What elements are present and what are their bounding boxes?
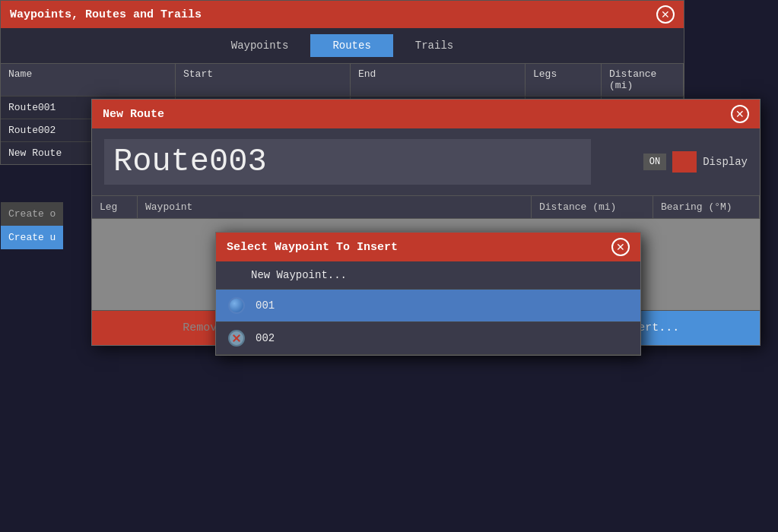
tab-waypoints[interactable]: Waypoints: [209, 34, 311, 57]
route-name-input[interactable]: [104, 139, 591, 185]
list-item-new-waypoint[interactable]: New Waypoint...: [216, 261, 640, 290]
fg-table-header: Leg Waypoint Distance (mi) Bearing (°M): [92, 195, 760, 219]
waypoint-blue-icon: [228, 297, 245, 314]
col-start: Start: [176, 64, 351, 96]
waypoint-dialog-title: Select Waypoint To Insert: [227, 241, 398, 254]
waypoint-x-icon: [228, 330, 245, 347]
list-item-001[interactable]: 001: [216, 290, 640, 322]
color-swatch[interactable]: [672, 151, 697, 173]
fg-window-title: New Route: [103, 108, 164, 121]
col-name: Name: [1, 64, 176, 96]
fg-close-button[interactable]: ✕: [731, 105, 749, 123]
toggle-on-button[interactable]: ON: [643, 154, 666, 170]
route-name-bar: ON Display: [92, 128, 760, 195]
fg-col-distance: Distance (mi): [532, 196, 653, 218]
col-distance: Distance (mi): [602, 64, 684, 96]
toggle-row: ON Display: [643, 151, 748, 173]
waypoint-002-label: 002: [256, 332, 275, 344]
col-end: End: [351, 64, 526, 96]
fg-col-leg: Leg: [92, 196, 138, 218]
waypoint-001-label: 001: [256, 299, 275, 312]
bg-table-header: Name Start End Legs Distance (mi): [1, 63, 684, 96]
bg-tabs-bar: Waypoints Routes Trails: [1, 28, 684, 63]
waypoint-dialog-title-bar: Select Waypoint To Insert ✕: [216, 233, 640, 261]
fg-col-bearing: Bearing (°M): [653, 196, 760, 218]
list-item-002[interactable]: 002: [216, 322, 640, 355]
fg-col-waypoint: Waypoint: [138, 196, 532, 218]
new-waypoint-label: New Waypoint...: [251, 269, 347, 281]
create-o-button[interactable]: Create o: [1, 202, 63, 226]
tab-trails[interactable]: Trails: [393, 34, 475, 57]
bg-title-bar: Waypoints, Routes and Trails ✕: [1, 1, 684, 28]
tab-routes[interactable]: Routes: [310, 34, 392, 57]
waypoint-dialog: Select Waypoint To Insert ✕ New Waypoint…: [215, 232, 641, 356]
waypoint-dialog-close-button[interactable]: ✕: [611, 238, 630, 256]
bg-close-button[interactable]: ✕: [656, 5, 675, 24]
waypoint-list: New Waypoint... 001 002: [216, 261, 640, 355]
fg-title-bar: New Route ✕: [92, 100, 760, 128]
col-legs: Legs: [526, 64, 602, 96]
display-label: Display: [703, 156, 748, 168]
bg-window-title: Waypoints, Routes and Trails: [10, 8, 202, 21]
create-u-button[interactable]: Create u: [1, 226, 63, 249]
bg-bottom-buttons: Create o Create u: [1, 202, 96, 249]
